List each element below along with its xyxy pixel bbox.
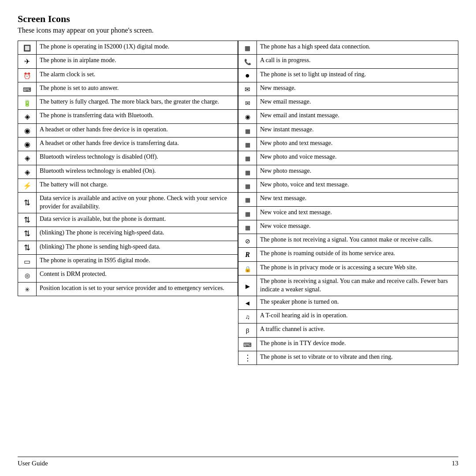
left-icon-cell: ✈: [18, 55, 37, 68]
right-description-cell: New photo message.: [257, 165, 458, 178]
right-description-cell: The phone is not receiving a signal. You…: [257, 234, 458, 248]
right-description-cell: New instant message.: [257, 123, 458, 137]
subtitle: These icons may appear on your phone's s…: [18, 26, 458, 34]
left-description-cell: Content is DRM protected.: [37, 268, 238, 282]
icon-symbol: ▦: [245, 45, 250, 53]
right-table-row: ▦The phone has a high speed data connect…: [238, 41, 458, 55]
icon-symbol: ⋮: [244, 353, 252, 363]
left-icon-cell: ⚡: [18, 178, 37, 192]
right-table-row: βA traffic channel is active.: [238, 324, 458, 337]
left-description-cell: (blinking) The phone is sending high-spe…: [37, 241, 238, 254]
right-table-row: ▦New instant message.: [238, 123, 458, 137]
left-table-row: 🔲The phone is operating in IS2000 (1X) d…: [18, 41, 238, 55]
left-description-cell: The phone is operating in IS95 digital m…: [37, 254, 238, 268]
left-icon-cell: 🔲: [18, 41, 37, 55]
icon-symbol: ◉: [24, 140, 30, 149]
icon-symbol: ✉: [245, 100, 250, 108]
footer: User Guide 13: [18, 457, 458, 467]
left-icon-cell: ⇅: [18, 227, 37, 241]
left-table-row: ◈Bluetooth wireless technology is disabl…: [18, 151, 238, 165]
right-icon-cell: ⌨: [238, 337, 257, 351]
icon-symbol: 🔋: [23, 100, 31, 108]
icon-symbol: ◈: [25, 167, 30, 177]
left-icon-cell: ◉: [18, 138, 37, 151]
right-table-row: ♫A T-coil hearing aid is in operation.: [238, 310, 458, 324]
icon-symbol: ▦: [245, 196, 250, 204]
left-table-row: ⚡The battery will not charge.: [18, 178, 238, 192]
left-icon-cell: ⇅: [18, 213, 37, 227]
left-icon-cell: ◈: [18, 110, 37, 123]
page-title: Screen Icons: [18, 13, 458, 25]
icon-symbol: ▦: [245, 169, 250, 177]
left-icon-cell: ▭: [18, 254, 37, 268]
right-table-row: ✉New email message.: [238, 96, 458, 110]
left-table-row: ⇅(blinking) The phone is sending high-sp…: [18, 241, 238, 254]
right-description-cell: New email message.: [257, 96, 458, 110]
left-icon-cell: ⇅: [18, 241, 37, 254]
right-description-cell: A T-coil hearing aid is in operation.: [257, 310, 458, 324]
icon-symbol: ▦: [245, 155, 250, 163]
right-description-cell: New message.: [257, 82, 458, 96]
icon-symbol: β: [246, 326, 249, 335]
icon-symbol: ▦: [245, 224, 250, 232]
left-description-cell: (blinking) The phone is receiving high-s…: [37, 227, 238, 241]
right-table-row: ▦New photo and voice message.: [238, 151, 458, 165]
icon-symbol: ⚡: [23, 181, 32, 191]
left-description-cell: Data service is available, but the phone…: [37, 213, 238, 227]
left-description-cell: The phone is set to auto answer.: [37, 82, 238, 96]
right-table-row: 📞A call is in progress.: [238, 55, 458, 68]
footer-right: 13: [452, 460, 458, 467]
right-icon-cell: 🔒: [238, 261, 257, 275]
icon-symbol: ✈: [24, 57, 30, 67]
left-description-cell: The phone is transferring data with Blue…: [37, 110, 238, 123]
right-icon-cell: ⋮: [238, 351, 257, 365]
left-table-row: ⇅Data service is available, but the phon…: [18, 213, 238, 227]
right-description-cell: The phone is receiving a signal. You can…: [257, 275, 458, 296]
left-table-row: ✳Position location is set to your servic…: [18, 282, 238, 296]
left-table-row: ⇅(blinking) The phone is receiving high-…: [18, 227, 238, 241]
right-icon-cell: ✉: [238, 82, 257, 96]
right-table-row: ◉New email and instant message.: [238, 110, 458, 123]
right-description-cell: New email and instant message.: [257, 110, 458, 123]
left-description-cell: Bluetooth wireless technology is disable…: [37, 151, 238, 165]
right-description-cell: The phone is in TTY device mode.: [257, 337, 458, 351]
right-table-row: ▶The phone is receiving a signal. You ca…: [238, 275, 458, 296]
icon-symbol: ⌨: [243, 341, 252, 349]
icon-symbol: ◉: [24, 126, 30, 136]
right-table-row: ⌨The phone is in TTY device mode.: [238, 337, 458, 351]
left-icon-cell: ◎: [18, 268, 37, 282]
page: Screen Icons These icons may appear on y…: [0, 0, 476, 476]
left-column: 🔲The phone is operating in IS2000 (1X) d…: [18, 41, 238, 453]
right-description-cell: The phone is set to light up instead of …: [257, 68, 458, 82]
right-description-cell: The phone is roaming outside of its home…: [257, 248, 458, 261]
right-icon-cell: ▦: [238, 138, 257, 151]
right-icon-cell: R: [238, 248, 257, 261]
right-table-row: 🔒The phone is in privacy mode or is acce…: [238, 261, 458, 275]
icon-symbol: 🔒: [244, 265, 251, 273]
right-icon-cell: ▦: [238, 41, 257, 55]
left-icon-cell: ◈: [18, 165, 37, 178]
icon-symbol: ◈: [25, 112, 30, 122]
icon-symbol: ●: [245, 70, 250, 81]
icon-symbol: ♫: [245, 313, 250, 322]
right-description-cell: New photo and voice message.: [257, 151, 458, 165]
icon-symbol: 📞: [244, 58, 251, 66]
right-table-row: ▦New voice and text message.: [238, 206, 458, 220]
right-table-row: ⋮The phone is set to vibrate or to vibra…: [238, 351, 458, 365]
icon-symbol: ⇅: [24, 197, 30, 208]
icon-symbol: ◄: [244, 299, 251, 308]
left-table-row: ◈Bluetooth wireless technology is enable…: [18, 165, 238, 178]
right-table-row: ▦New voice message.: [238, 220, 458, 234]
right-icon-cell: 📞: [238, 55, 257, 68]
right-icon-cell: ▦: [238, 123, 257, 137]
right-icon-cell: ▦: [238, 151, 257, 165]
right-table-row: ⊘The phone is not receiving a signal. Yo…: [238, 234, 458, 248]
left-table-row: ▭The phone is operating in IS95 digital …: [18, 254, 238, 268]
left-icon-cell: ⌨: [18, 82, 37, 96]
icon-symbol: ✉: [245, 85, 250, 94]
icon-symbol: ◈: [25, 153, 30, 163]
right-icon-cell: ▶: [238, 275, 257, 296]
icon-symbol: R: [245, 250, 250, 260]
left-table-row: 🔋The battery is fully charged. The more …: [18, 96, 238, 110]
icon-symbol: ⇅: [24, 242, 30, 253]
